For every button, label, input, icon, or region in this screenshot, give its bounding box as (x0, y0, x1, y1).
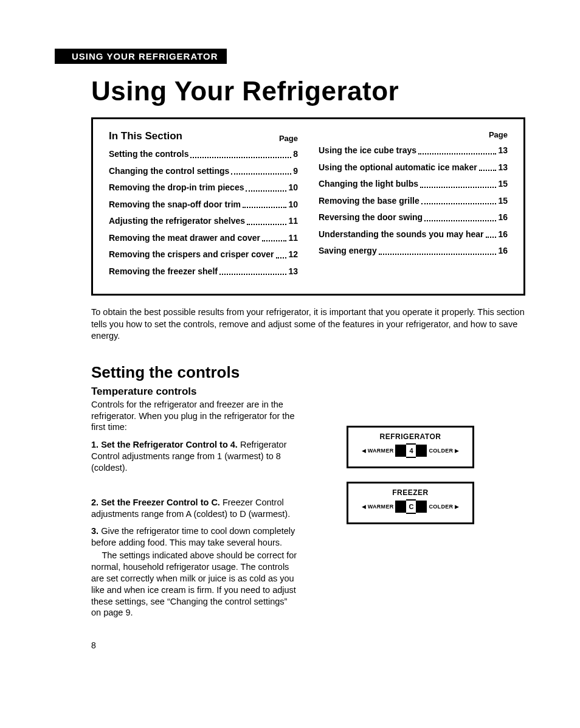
toc-item-label: Setting the controls (109, 149, 188, 160)
toc-item-page: 15 (498, 196, 508, 207)
toc-leader-dots (247, 217, 286, 224)
refrigerator-control-diagram: REFRIGERATOR ◀ WARMER 4 COLDER ▶ (347, 426, 474, 468)
toc-item-label: Reversing the door swing (319, 212, 423, 223)
toc-item-label: Saving energy (319, 246, 377, 257)
toc-item-label: Using the ice cube trays (319, 145, 416, 156)
freezer-control-diagram: FREEZER ◀ WARMER C COLDER ▶ (347, 482, 474, 524)
intro-paragraph: To obtain the best possible results from… (91, 307, 525, 342)
toc-item-page: 12 (288, 249, 298, 260)
right-arrow-icon: ▶ (455, 448, 459, 454)
toc-item-page: 16 (498, 246, 508, 257)
right-arrow-icon: ▶ (455, 504, 459, 510)
toc-leader-dots (231, 167, 291, 175)
toc-leader-dots (379, 246, 497, 254)
toc-item-page: 10 (288, 182, 298, 193)
toc-item: Removing the drop-in trim pieces10 (109, 182, 298, 193)
toc-item: Saving energy16 (319, 246, 508, 257)
warmer-label: WARMER (368, 504, 394, 510)
toc-item-page: 8 (293, 149, 298, 160)
warmer-label: WARMER (368, 448, 394, 454)
toc-item: Using the optional automatic ice maker13 (319, 162, 508, 173)
toc-leader-dots (276, 250, 287, 258)
body-left-column: Controls for the refrigerator and freeze… (91, 399, 298, 625)
step-number: 2. (91, 497, 98, 507)
toc-leader-dots (219, 267, 286, 275)
control-value: 4 (406, 443, 416, 458)
toc-item-label: Using the optional automatic ice maker (319, 162, 477, 173)
subsection-heading: Temperature controls (91, 386, 525, 398)
subsection-intro: Controls for the refrigerator and freeze… (91, 399, 298, 434)
control-title: FREEZER (353, 488, 468, 497)
toc-leader-dots (424, 213, 496, 221)
section-heading: Setting the controls (91, 363, 525, 382)
toc-item-page: 15 (498, 179, 508, 190)
toc-item-label: Understanding the sounds you may hear (319, 229, 484, 240)
colder-label: COLDER (429, 504, 453, 510)
toc-item: Setting the controls8 (109, 149, 298, 160)
toc-item-page: 13 (498, 145, 508, 156)
toc-item-page: 11 (288, 233, 298, 244)
toc-page-heading: Page (319, 130, 508, 139)
toc-item-page: 16 (498, 229, 508, 240)
toc-item-page: 13 (288, 266, 298, 277)
toc-item: Using the ice cube trays13 (319, 145, 508, 156)
body-right-column: REFRIGERATOR ◀ WARMER 4 COLDER ▶ FREEZER (334, 399, 525, 625)
control-dial: C (395, 499, 427, 514)
toc-leader-dots (421, 196, 497, 204)
toc-right-column: Page Using the ice cube trays13Using the… (319, 130, 508, 283)
toc-item: Adjusting the refrigerator shelves11 (109, 216, 298, 227)
step-lead: Set the Freezer Control to C. (101, 497, 220, 507)
toc-item: Understanding the sounds you may hear16 (319, 229, 508, 240)
control-value: C (406, 499, 416, 514)
toc-item-page: 10 (288, 199, 298, 210)
control-dial: 4 (395, 443, 427, 458)
toc-item-label: Removing the snap-off door trim (109, 199, 241, 210)
toc-item: Removing the base grille15 (319, 196, 508, 207)
toc-leader-dots (243, 200, 286, 208)
step-body: Give the refrigerator time to cool down … (91, 526, 295, 547)
toc-item-label: Changing the control settings (109, 166, 229, 177)
step-1: 1. Set the Refrigerator Control to 4. Re… (91, 439, 298, 474)
toc-item-page: 16 (498, 212, 508, 223)
toc-leader-dots (246, 183, 286, 191)
toc-item-label: Removing the drop-in trim pieces (109, 182, 244, 193)
left-arrow-icon: ◀ (362, 448, 366, 454)
toc-item-page: 9 (293, 166, 298, 177)
toc-item: Changing the light bulbs15 (319, 179, 508, 190)
chapter-title: Using Your Refrigerator (91, 76, 525, 106)
step-number: 1. (91, 440, 98, 449)
toc-item-page: 11 (288, 216, 298, 227)
toc-item: Removing the snap-off door trim10 (109, 199, 298, 210)
toc-item: Removing the meat drawer and cover11 (109, 233, 298, 244)
step-extra: The settings indicated above should be c… (91, 550, 298, 619)
step-3: 3. Give the refrigerator time to cool do… (91, 525, 298, 619)
step-2: 2. Set the Freezer Control to C. Freezer… (91, 497, 298, 520)
toc-leader-dots (262, 234, 286, 241)
toc-item-label: Removing the crispers and crisper cover (109, 249, 274, 260)
toc-box: In This Section Page Setting the control… (91, 117, 525, 296)
toc-leader-dots (190, 150, 291, 158)
toc-item: Removing the freezer shelf13 (109, 266, 298, 277)
section-header-tab: USING YOUR REFRIGERATOR (55, 49, 227, 64)
left-arrow-icon: ◀ (362, 504, 366, 510)
manual-page: USING YOUR REFRIGERATOR Using Your Refri… (0, 0, 580, 674)
control-title: REFRIGERATOR (353, 432, 468, 441)
toc-item-label: Removing the freezer shelf (109, 266, 218, 277)
toc-leader-dots (418, 146, 496, 154)
toc-item: Reversing the door swing16 (319, 212, 508, 223)
toc-item: Changing the control settings9 (109, 166, 298, 177)
toc-item-label: Removing the meat drawer and cover (109, 233, 260, 244)
colder-label: COLDER (429, 448, 453, 454)
toc-item-label: Removing the base grille (319, 196, 419, 207)
step-lead: Set the Refrigerator Control to 4. (101, 440, 238, 449)
toc-left-column: In This Section Page Setting the control… (109, 130, 298, 283)
page-number: 8 (91, 640, 525, 650)
toc-leader-dots (420, 179, 496, 187)
toc-leader-dots (486, 230, 497, 238)
toc-item-label: Adjusting the refrigerator shelves (109, 216, 245, 227)
toc-item: Removing the crispers and crisper cover1… (109, 249, 298, 260)
toc-item-label: Changing the light bulbs (319, 179, 418, 190)
toc-leader-dots (479, 163, 497, 171)
toc-item-page: 13 (498, 162, 508, 173)
step-number: 3. (91, 526, 98, 536)
